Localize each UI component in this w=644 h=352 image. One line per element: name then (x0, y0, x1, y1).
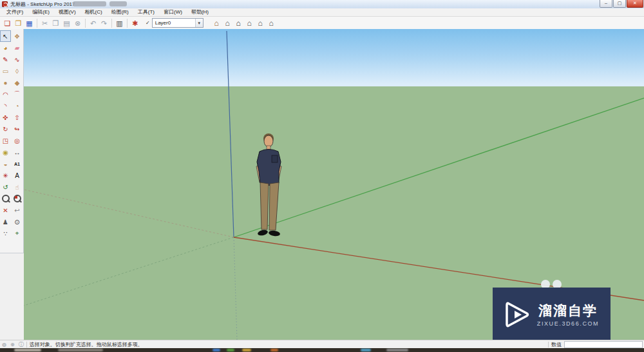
zoom-window-icon (14, 195, 21, 202)
pan-tool[interactable]: ☝ (12, 181, 23, 193)
3d-text-tool[interactable]: A (12, 170, 23, 181)
open-button[interactable]: ❐ (13, 18, 24, 28)
menu-item-edit[interactable]: 编辑(E) (28, 8, 54, 16)
follow-me-tool[interactable]: ↬ (12, 123, 23, 135)
right-view-button[interactable]: ⌂ (244, 18, 255, 28)
zoom-window-tool[interactable] (12, 193, 23, 204)
offset-icon: ◎ (14, 137, 20, 144)
top-view-button[interactable]: ⌂ (222, 18, 233, 28)
redo-button[interactable]: ↷ (99, 18, 109, 28)
pan-icon: ☝ (15, 184, 19, 191)
new-button[interactable]: ❏ (2, 18, 13, 28)
orbit-tool[interactable]: ↺ (0, 181, 11, 193)
iso-view-button[interactable]: ⌂ (211, 18, 222, 28)
menu-item-window[interactable]: 窗口(W) (159, 8, 187, 16)
layer-dropdown-value: Layer0 (155, 20, 171, 26)
toolbar-separator (85, 19, 86, 28)
line-tool[interactable]: ✎ (0, 54, 11, 65)
info-icon[interactable]: ⓘ (19, 341, 24, 349)
follow-me-icon: ↬ (14, 126, 19, 133)
geolocation-icon[interactable]: ◍ (2, 341, 6, 349)
axes-tool[interactable]: ✳ (0, 170, 11, 181)
left-view-button[interactable]: ⌂ (266, 18, 277, 28)
rotated-rectangle-tool[interactable]: ◊ (12, 65, 23, 77)
print-button[interactable]: ▥ (114, 18, 125, 28)
save-button[interactable]: ▦ (24, 18, 35, 28)
three-point-arc-icon: ◝ (5, 103, 7, 110)
position-camera-tool[interactable]: ♟ (0, 216, 11, 228)
paste-icon: ▤ (63, 18, 70, 28)
taskbar-blob (361, 349, 371, 351)
menu-item-view[interactable]: 视图(V) (54, 8, 80, 16)
rectangle-tool[interactable]: ▭ (0, 65, 11, 77)
three-point-arc-tool[interactable]: ◝ (0, 100, 11, 112)
model-info-icon: ✱ (132, 18, 138, 28)
window-title: 无标题 - SketchUp Pro 2017 (10, 1, 75, 8)
back-view-icon: ⌂ (258, 18, 263, 28)
measurements-label: 数值 (551, 341, 562, 348)
polygon-tool[interactable]: ◆ (12, 77, 23, 88)
taskbar-blob (270, 349, 278, 351)
protractor-tool[interactable]: ◒ (0, 158, 11, 170)
play-logo-icon (504, 300, 531, 329)
previous-tool[interactable]: ↩ (12, 204, 23, 216)
chevron-down-icon[interactable]: ▼ (195, 19, 203, 27)
select-icon: ↖ (3, 33, 8, 40)
circle-tool[interactable]: ● (0, 77, 11, 88)
arc-tool[interactable]: ◠ (0, 88, 11, 100)
undo-button[interactable]: ↶ (88, 18, 99, 28)
rotate-tool[interactable]: ↻ (0, 123, 11, 135)
back-view-button[interactable]: ⌂ (255, 18, 266, 28)
dimension-tool[interactable]: ↔ (12, 146, 23, 158)
offset-tool[interactable]: ◎ (12, 135, 23, 146)
look-around-tool[interactable]: ⊙ (12, 216, 23, 228)
taskbar-blob (58, 349, 103, 351)
axes-icon: ✳ (3, 172, 8, 179)
close-button[interactable]: ✕ (627, 0, 643, 8)
make-component-tool[interactable]: ❖ (12, 30, 23, 42)
undo-icon: ↶ (90, 18, 96, 28)
paste-button[interactable]: ▤ (61, 18, 72, 28)
3d-viewport[interactable]: 溜溜自学 ZIXUE.3D66.COM (24, 29, 644, 340)
measurements-input[interactable] (564, 341, 643, 348)
move-tool[interactable]: ✜ (0, 112, 11, 123)
layer-dropdown[interactable]: Layer0 ▼ (152, 18, 204, 28)
blurred-region (109, 1, 127, 6)
sketchup-window: 无标题 - SketchUp Pro 2017 – ▢ ✕ 文件(F)编辑(E)… (0, 0, 644, 352)
views-toolbar: ⌂⌂⌂⌂⌂⌂ (211, 18, 277, 28)
eraser-icon: ▰ (15, 44, 20, 52)
select-tool[interactable]: ↖ (0, 30, 11, 42)
open-icon: ❐ (15, 18, 22, 28)
watermark-banner: 溜溜自学 ZIXUE.3D66.COM (493, 288, 611, 340)
rotate-icon: ↻ (3, 126, 8, 133)
scale-tool[interactable]: ◳ (0, 135, 11, 146)
layer-visible-check-icon[interactable]: ✓ (146, 20, 150, 26)
copy-button[interactable]: ❒ (50, 18, 61, 28)
paint-bucket-tool[interactable]: ◕ (0, 42, 11, 54)
front-view-button[interactable]: ⌂ (233, 18, 244, 28)
menu-item-camera[interactable]: 相机(C) (80, 8, 107, 16)
menu-item-draw[interactable]: 绘图(R) (107, 8, 133, 16)
cut-button[interactable]: ✂ (39, 18, 50, 28)
text-tool[interactable]: A1 (12, 158, 23, 170)
model-info-button[interactable]: ✱ (129, 18, 140, 28)
menu-item-help[interactable]: 帮助(H) (187, 8, 213, 16)
freehand-tool[interactable]: ∿ (12, 54, 23, 65)
tape-measure-tool[interactable]: ◉ (0, 146, 11, 158)
push-pull-tool[interactable]: ⇧ (12, 112, 23, 123)
eraser-tool[interactable]: ▰ (12, 42, 23, 54)
zoom-extents-tool[interactable]: ✕ (0, 204, 11, 216)
previous-icon: ↩ (14, 207, 19, 214)
print-icon: ▥ (116, 18, 122, 28)
delete-button[interactable]: ⊗ (72, 18, 83, 28)
maximize-button[interactable]: ▢ (613, 0, 626, 8)
walk-tool[interactable]: ∵ (0, 228, 11, 239)
pie-tool[interactable]: ◔ (12, 100, 23, 112)
section-plane-tool[interactable]: ⌖ (12, 228, 23, 239)
minimize-button[interactable]: – (600, 0, 612, 8)
menu-item-tools[interactable]: 工具(T) (133, 8, 159, 16)
zoom-tool[interactable] (0, 193, 11, 204)
menu-item-file[interactable]: 文件(F) (2, 8, 28, 16)
two-point-arc-tool[interactable]: ⌒ (12, 88, 23, 100)
claim-credit-icon[interactable]: ⊕ (10, 341, 15, 349)
